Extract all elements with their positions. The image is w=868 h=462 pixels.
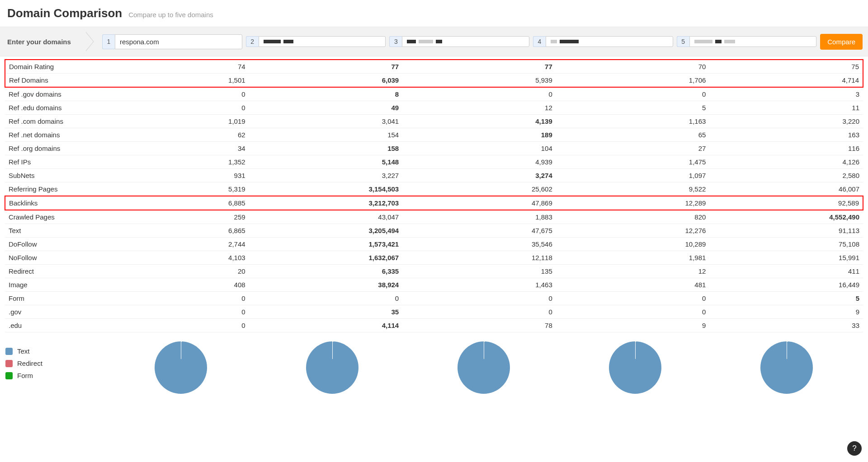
metric-value: 4,139 <box>402 115 556 128</box>
metric-value: 12,289 <box>556 196 710 210</box>
metric-value: 411 <box>709 265 863 278</box>
metric-value: 4,126 <box>709 155 863 169</box>
domain-number-badge: 2 <box>246 36 259 47</box>
metric-label: Ref .org domains <box>5 142 95 155</box>
metric-value: 0 <box>556 87 710 101</box>
metric-value: 5 <box>709 292 863 305</box>
metric-value: 104 <box>402 142 556 155</box>
table-row: Referring Pages5,3193,154,50325,6029,522… <box>5 182 863 196</box>
metric-value: 8 <box>249 87 403 101</box>
metric-value: 43,047 <box>249 210 403 224</box>
legend-item: Redirect <box>5 357 96 369</box>
pie-chart-domain-5 <box>760 341 813 394</box>
chart-section: TextRedirectForm <box>0 332 868 394</box>
metric-value: 189 <box>402 128 556 142</box>
metric-value: 6,039 <box>249 74 403 88</box>
metric-value: 49 <box>249 101 403 115</box>
metric-label: NoFollow <box>5 251 95 265</box>
domain-number-badge: 1 <box>102 34 115 49</box>
metric-value: 1,475 <box>556 155 710 169</box>
metric-value: 5,148 <box>249 155 403 169</box>
metric-value: 1,163 <box>556 115 710 128</box>
metric-value: 3,041 <box>249 115 403 128</box>
metric-label: Redirect <box>5 265 95 278</box>
metric-value: 74 <box>95 60 249 74</box>
metric-value: 33 <box>709 319 863 332</box>
metric-value: 6,335 <box>249 265 403 278</box>
table-row: Text6,8653,205,49447,67512,27691,113 <box>5 224 863 238</box>
domain-input-4[interactable] <box>546 36 673 47</box>
metric-value: 1,981 <box>556 251 710 265</box>
metric-value: 12,276 <box>556 224 710 238</box>
pie-chart-domain-1 <box>155 341 207 394</box>
table-row: Ref .com domains1,0193,0414,1391,1633,22… <box>5 115 863 128</box>
metric-value: 4,114 <box>249 319 403 332</box>
metric-label: Ref .gov domains <box>5 87 95 101</box>
metric-label: Ref Domains <box>5 74 95 88</box>
pie-chart-domain-2 <box>306 341 359 394</box>
compare-button[interactable]: Compare <box>820 34 863 50</box>
metric-value: 12 <box>402 101 556 115</box>
metric-value: 62 <box>95 128 249 142</box>
metric-value: 5 <box>556 101 710 115</box>
chevron-right-icon <box>86 32 96 51</box>
metric-value: 3,274 <box>402 169 556 182</box>
metric-value: 2,580 <box>709 169 863 182</box>
metric-value: 9 <box>556 319 710 332</box>
metric-label: SubNets <box>5 169 95 182</box>
metric-value: 11 <box>709 101 863 115</box>
metric-value: 1,019 <box>95 115 249 128</box>
metric-value: 47,869 <box>402 196 556 210</box>
metric-value: 820 <box>556 210 710 224</box>
metric-value: 5,319 <box>95 182 249 196</box>
metric-label: Crawled Pages <box>5 210 95 224</box>
metric-value: 6,885 <box>95 196 249 210</box>
metric-label: Ref .com domains <box>5 115 95 128</box>
table-row: Image40838,9241,46348116,449 <box>5 278 863 292</box>
page-subtitle: Compare up to five domains <box>128 11 213 19</box>
table-row: NoFollow4,1031,632,06712,1181,98115,991 <box>5 251 863 265</box>
domain-input-5[interactable] <box>689 36 817 47</box>
metric-value: 0 <box>95 319 249 332</box>
table-row: Redirect206,33513512411 <box>5 265 863 278</box>
metric-label: Backlinks <box>5 196 95 210</box>
metric-value: 4,714 <box>709 74 863 88</box>
legend-label: Redirect <box>17 359 42 367</box>
metric-value: 35,546 <box>402 238 556 251</box>
comparison-table: Domain Rating7477777075Ref Domains1,5016… <box>5 59 863 332</box>
domain-input-3-wrap: 3 <box>389 36 529 47</box>
domain-number-badge: 4 <box>533 36 546 47</box>
metric-value: 3,212,703 <box>249 196 403 210</box>
metric-value: 1,706 <box>556 74 710 88</box>
domain-input-1[interactable] <box>115 34 242 49</box>
domain-input-2[interactable] <box>259 36 386 47</box>
metric-value: 75,108 <box>709 238 863 251</box>
table-row: .gov035009 <box>5 305 863 319</box>
metric-value: 12 <box>556 265 710 278</box>
metric-label: Ref IPs <box>5 155 95 169</box>
metric-value: 46,007 <box>709 182 863 196</box>
metric-value: 4,552,490 <box>709 210 863 224</box>
legend-swatch <box>5 348 13 355</box>
table-row: .edu04,11478933 <box>5 319 863 332</box>
table-row: Ref IPs1,3525,1484,9391,4754,126 <box>5 155 863 169</box>
metric-value: 25,602 <box>402 182 556 196</box>
pie-chart-domain-4 <box>609 341 661 394</box>
table-row: Domain Rating7477777075 <box>5 60 863 74</box>
metric-value: 16,449 <box>709 278 863 292</box>
legend-label: Text <box>17 347 30 355</box>
metric-value: 9 <box>709 305 863 319</box>
metric-value: 1,097 <box>556 169 710 182</box>
metric-value: 65 <box>556 128 710 142</box>
metric-label: Form <box>5 292 95 305</box>
domain-input-3[interactable] <box>402 36 529 47</box>
metric-value: 481 <box>556 278 710 292</box>
metric-value: 0 <box>95 101 249 115</box>
table-row: DoFollow2,7441,573,42135,54610,28975,108 <box>5 238 863 251</box>
legend-item: Form <box>5 369 96 382</box>
legend-swatch <box>5 360 13 367</box>
metric-value: 0 <box>402 305 556 319</box>
metric-label: Image <box>5 278 95 292</box>
metric-value: 1,352 <box>95 155 249 169</box>
metric-value: 38,924 <box>249 278 403 292</box>
